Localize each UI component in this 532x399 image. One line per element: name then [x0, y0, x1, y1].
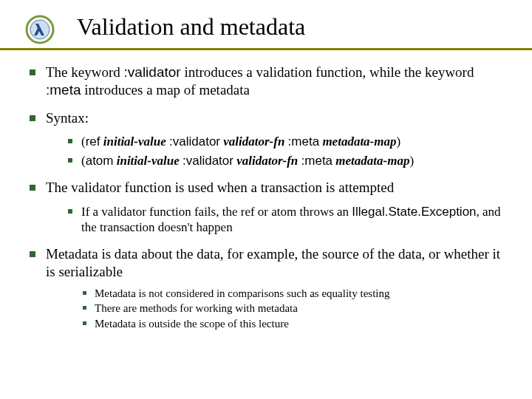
slide-title: Validation and metadata: [77, 13, 532, 41]
bullet-text: Metadata is data about the data, for exa…: [46, 246, 500, 279]
bullet-lvl2: If a validator function fails, the ref o…: [46, 204, 508, 236]
bullet-lvl2: (atom initial-value :validator validator…: [46, 153, 508, 168]
bullet-lvl3: There are methods for working with metad…: [46, 301, 508, 316]
lambda-logo-icon: [25, 15, 55, 44]
bullet-text: The validator function is used when a tr…: [46, 180, 394, 195]
bullet-lvl1: The validator function is used when a tr…: [25, 179, 508, 235]
bullet-lvl2: (ref initial-value :validator validator-…: [46, 134, 508, 149]
bullet-lvl3: Metadata is outside the scope of this le…: [46, 317, 508, 331]
bullet-lvl3: Metadata is not considered in comparison…: [46, 287, 508, 301]
slide-header: Validation and metadata: [0, 0, 532, 45]
bullet-lvl1: Metadata is data about the data, for exa…: [25, 245, 508, 331]
bullet-lvl1: The keyword :validator introduces a vali…: [25, 64, 508, 99]
bullet-lvl1: Syntax:(ref initial-value :validator val…: [25, 109, 508, 168]
bullet-text: The keyword :validator introduces a vali…: [46, 64, 474, 98]
bullet-text: Syntax:: [46, 110, 89, 126]
slide-content: The keyword :validator introduces a vali…: [0, 50, 532, 331]
